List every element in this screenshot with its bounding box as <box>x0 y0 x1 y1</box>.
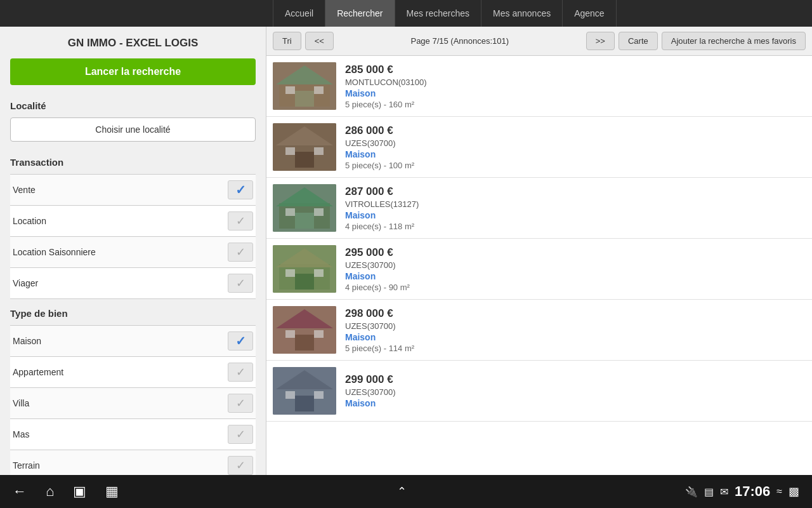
type-bien-item[interactable]: Maison ✓ <box>10 326 256 357</box>
battery-icon: ▩ <box>789 485 799 498</box>
listing-price: 295 000 € <box>345 246 410 259</box>
svg-rect-33 <box>295 396 314 411</box>
email-icon: ✉ <box>720 486 728 498</box>
nav-mes-recherches[interactable]: Mes recherches <box>395 0 482 27</box>
search-button[interactable]: Lancer la recherche <box>10 58 256 85</box>
top-navigation: Accueil Rechercher Mes recherches Mes an… <box>0 0 812 27</box>
signal-icon: ▤ <box>704 486 714 498</box>
nav-accueil[interactable]: Accueil <box>273 0 325 27</box>
listing-location: UZES(30700) <box>345 321 414 331</box>
listing-type: Maison <box>345 398 395 408</box>
listing-info: 299 000 € UZES(30700) Maison <box>345 367 395 415</box>
locality-button[interactable]: Choisir une localité <box>10 117 256 142</box>
listing-details: 5 piece(s) - 160 m² <box>345 100 427 109</box>
transaction-item[interactable]: Location Saisonniere ✓ <box>10 237 256 268</box>
svg-rect-29 <box>314 330 324 338</box>
svg-rect-22 <box>285 269 295 277</box>
chevron-up-icon[interactable]: ⌃ <box>397 485 407 498</box>
listing-item[interactable]: 286 000 € UZES(30700) Maison 5 piece(s) … <box>266 117 812 178</box>
qr-icon[interactable]: ▦ <box>105 483 119 500</box>
svg-rect-35 <box>314 391 324 399</box>
listing-thumbnail <box>273 306 336 354</box>
home-icon[interactable]: ⌂ <box>46 483 54 500</box>
listing-thumbnail <box>273 123 336 171</box>
recent-apps-icon[interactable]: ▣ <box>73 483 86 500</box>
type-bien-list: Maison ✓ Appartement ✓ Villa ✓ Mas ✓ Ter… <box>10 325 256 475</box>
transaction-item[interactable]: Vente ✓ <box>10 175 256 206</box>
page-info: Page 7/15 (Annonces:101) <box>337 36 582 46</box>
listing-item[interactable]: 285 000 € MONTLUCON(03100) Maison 5 piec… <box>266 56 812 117</box>
transaction-label: Transaction <box>10 157 256 168</box>
listing-thumbnail <box>273 245 336 293</box>
listing-details: 5 piece(s) - 100 m² <box>345 161 414 170</box>
sidebar-title: GN IMMO - EXCEL LOGIS <box>10 37 256 50</box>
main-layout: GN IMMO - EXCEL LOGIS Lancer la recherch… <box>0 27 812 475</box>
listing-item[interactable]: 295 000 € UZES(30700) Maison 4 piece(s) … <box>266 239 812 300</box>
type-bien-item[interactable]: Villa ✓ <box>10 388 256 419</box>
svg-rect-10 <box>285 147 295 155</box>
nav-rechercher[interactable]: Rechercher <box>325 0 395 27</box>
svg-rect-3 <box>295 91 314 107</box>
listing-info: 285 000 € MONTLUCON(03100) Maison 5 piec… <box>345 62 427 110</box>
bottom-nav-icons: ← ⌂ ▣ ▦ <box>13 483 119 500</box>
listing-price: 298 000 € <box>345 307 414 320</box>
svg-rect-4 <box>285 86 295 94</box>
status-bar: 🔌 ▤ ✉ 17:06 ≈ ▩ <box>685 483 799 500</box>
listing-type: Maison <box>345 210 419 220</box>
listing-item[interactable]: 287 000 € VITROLLES(13127) Maison 4 piec… <box>266 178 812 239</box>
svg-rect-11 <box>314 147 324 155</box>
nav-mes-annonces[interactable]: Mes annonces <box>481 0 563 27</box>
listing-location: UZES(30700) <box>345 387 395 397</box>
listing-price: 299 000 € <box>345 373 395 386</box>
svg-rect-27 <box>295 335 314 351</box>
usb-icon: 🔌 <box>685 486 698 498</box>
listing-info: 295 000 € UZES(30700) Maison 4 piece(s) … <box>345 245 410 293</box>
listing-location: MONTLUCON(03100) <box>345 77 427 87</box>
listing-location: UZES(30700) <box>345 260 410 270</box>
listing-price: 285 000 € <box>345 64 427 76</box>
transaction-list: Vente ✓ Location ✓ Location Saisonniere … <box>10 174 256 299</box>
sidebar: GN IMMO - EXCEL LOGIS Lancer la recherch… <box>0 27 266 475</box>
svg-rect-34 <box>285 391 295 399</box>
time-display: 17:06 <box>735 483 770 500</box>
prev-button[interactable]: << <box>305 32 334 50</box>
svg-rect-17 <box>314 208 324 216</box>
type-bien-item[interactable]: Appartement ✓ <box>10 357 256 388</box>
next-button[interactable]: >> <box>586 32 615 50</box>
type-bien-item[interactable]: Mas ✓ <box>10 419 256 450</box>
svg-rect-9 <box>295 152 314 168</box>
transaction-item[interactable]: Location ✓ <box>10 206 256 237</box>
localite-label: Localité <box>10 100 256 111</box>
svg-rect-21 <box>295 274 314 290</box>
listing-location: VITROLLES(13127) <box>345 199 419 209</box>
add-fav-button[interactable]: Ajouter la recherche à mes favoris <box>662 32 806 50</box>
wifi-icon: ≈ <box>776 486 782 497</box>
listing-price: 286 000 € <box>345 124 414 137</box>
listing-details: 5 piece(s) - 114 m² <box>345 344 414 353</box>
back-icon[interactable]: ← <box>13 483 27 500</box>
listing-details: 4 piece(s) - 90 m² <box>345 283 410 292</box>
bottom-bar: ← ⌂ ▣ ▦ ⌃ 🔌 ▤ ✉ 17:06 ≈ ▩ <box>0 475 812 508</box>
listing-details: 4 piece(s) - 118 m² <box>345 222 419 231</box>
listing-type: Maison <box>345 332 414 342</box>
listing-item[interactable]: 299 000 € UZES(30700) Maison <box>266 361 812 422</box>
svg-rect-23 <box>314 269 324 277</box>
listing-thumbnail <box>273 62 336 110</box>
nav-agence[interactable]: Agence <box>563 0 616 27</box>
listings-container: 285 000 € MONTLUCON(03100) Maison 5 piec… <box>266 56 812 475</box>
svg-rect-28 <box>285 330 295 338</box>
listing-thumbnail <box>273 367 336 415</box>
type-bien-item[interactable]: Terrain ✓ <box>10 450 256 475</box>
listing-type: Maison <box>345 88 427 98</box>
listing-info: 286 000 € UZES(30700) Maison 5 piece(s) … <box>345 123 414 171</box>
tri-button[interactable]: Tri <box>273 32 301 50</box>
listing-info: 287 000 € VITROLLES(13127) Maison 4 piec… <box>345 184 419 232</box>
transaction-item[interactable]: Viager ✓ <box>10 268 256 299</box>
svg-rect-16 <box>285 208 295 216</box>
listing-price: 287 000 € <box>345 185 419 198</box>
carte-button[interactable]: Carte <box>619 32 658 50</box>
listing-info: 298 000 € UZES(30700) Maison 5 piece(s) … <box>345 306 414 354</box>
listing-item[interactable]: 298 000 € UZES(30700) Maison 5 piece(s) … <box>266 300 812 361</box>
svg-rect-15 <box>295 213 314 229</box>
listing-type: Maison <box>345 149 414 159</box>
